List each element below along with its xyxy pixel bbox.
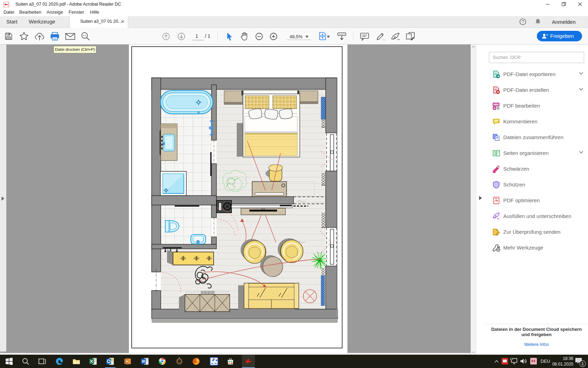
svg-text:?: ? [522, 19, 524, 24]
